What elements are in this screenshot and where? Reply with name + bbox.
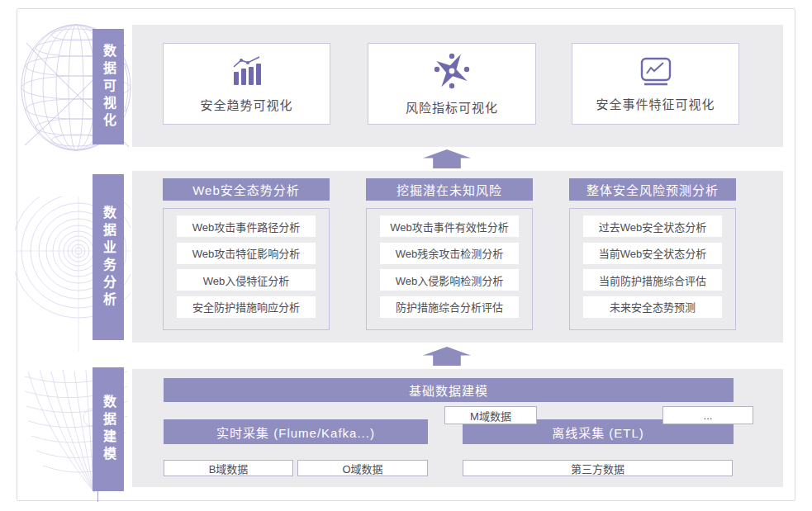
analysis-item: Web入侵影响检测分析 (380, 269, 519, 291)
analysis-column-header: 挖掘潜在未知风险 (366, 178, 533, 201)
band-label-data-modeling: 数据建模 (93, 367, 124, 491)
analysis-item-group: Web攻击事件路径分析 Web攻击特征影响分析 Web入侵特征分析 安全防护措施… (163, 208, 330, 330)
bar-chart-trend-icon (230, 55, 264, 87)
analysis-item: Web攻击事件路径分析 (177, 215, 316, 237)
o-domain-data-box: O域数据 (297, 460, 428, 476)
third-party-data-box: 第三方数据 (463, 460, 733, 476)
analysis-item-group: Web攻击事件有效性分析 Web残余攻击检测分析 Web入侵影响检测分析 防护措… (366, 208, 533, 330)
analysis-item: 当前Web安全状态分析 (583, 243, 722, 264)
band-label-text: 数据建模 (102, 395, 115, 464)
analysis-item: 过去Web安全状态分析 (583, 215, 722, 237)
analysis-item: 防护措施综合分析评估 (380, 296, 519, 318)
monitor-chart-icon (639, 56, 673, 86)
strip-tail-line (97, 491, 98, 502)
analysis-item: Web攻击特征影响分析 (177, 243, 316, 264)
visualization-card-label: 安全事件特征可视化 (596, 95, 715, 112)
architecture-diagram: 数据可视化 安全趋势可视化 风险指标可视化 (0, 0, 812, 511)
compass-icon (434, 53, 470, 89)
visualization-card-events: 安全事件特征可视化 (572, 43, 739, 125)
band-label-data-business-analysis: 数据业务分析 (93, 174, 124, 340)
analysis-column-unknown-risk: 挖掘潜在未知风险 Web攻击事件有效性分析 Web残余攻击检测分析 Web入侵影… (366, 178, 533, 330)
analysis-item: Web残余攻击检测分析 (380, 243, 519, 264)
realtime-collection-bar: 实时采集 (Flume/Kafka...) (164, 419, 428, 444)
base-modeling-bar: 基础数据建模 (164, 378, 734, 402)
visualization-card-label: 安全趋势可视化 (200, 96, 292, 113)
band-label-text: 数据业务分析 (102, 206, 115, 310)
analysis-column-header: Web安全态势分析 (163, 178, 330, 201)
b-domain-data-box: B域数据 (164, 460, 293, 476)
analysis-item-group: 过去Web安全状态分析 当前Web安全状态分析 当前防护措施综合评估 未来安全态… (569, 208, 736, 330)
visualization-card-trend: 安全趋势可视化 (163, 43, 330, 125)
analysis-column-risk-forecast: 整体安全风险预测分析 过去Web安全状态分析 当前Web安全状态分析 当前防护措… (569, 178, 736, 330)
band-label-text: 数据可视化 (102, 44, 115, 130)
ellipsis-box: ... (662, 406, 753, 424)
analysis-item: 未来安全态势预测 (583, 296, 722, 318)
visualization-card-label: 风险指标可视化 (406, 98, 498, 116)
analysis-item: Web攻击事件有效性分析 (380, 215, 519, 237)
analysis-item: Web入侵特征分析 (177, 269, 316, 291)
analysis-item: 安全防护措施响应分析 (177, 296, 316, 318)
visualization-card-risk: 风险指标可视化 (368, 43, 536, 125)
m-domain-data-box: M域数据 (444, 406, 537, 424)
analysis-item: 当前防护措施综合评估 (583, 269, 722, 291)
band-label-data-visualization: 数据可视化 (93, 29, 124, 144)
analysis-column-web-posture: Web安全态势分析 Web攻击事件路径分析 Web攻击特征影响分析 Web入侵特… (163, 178, 330, 330)
analysis-column-header: 整体安全风险预测分析 (569, 178, 736, 201)
